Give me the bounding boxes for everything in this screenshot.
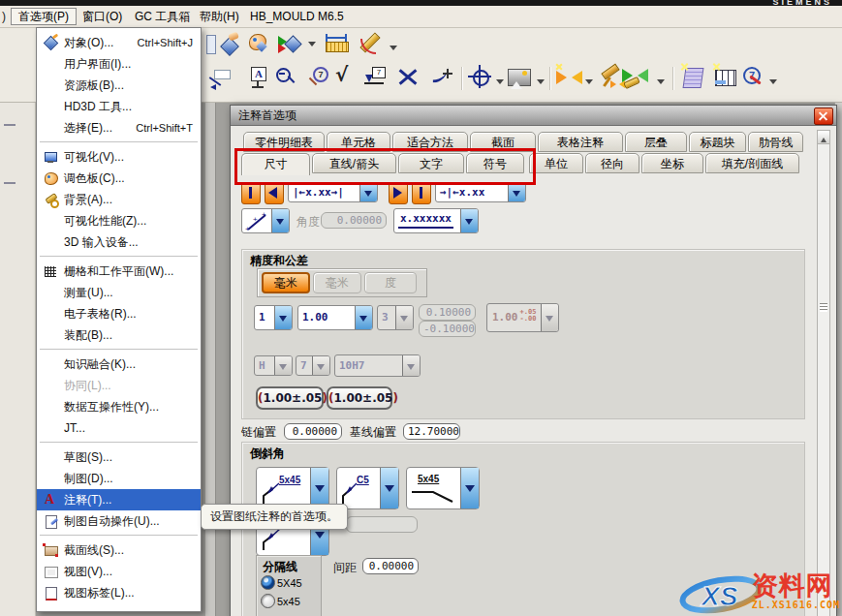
dropdown-arrow-icon[interactable] bbox=[355, 306, 372, 329]
menu-item-hd3d-tools[interactable]: HD3D 工具... bbox=[37, 96, 201, 117]
dropdown-arrow-icon[interactable] bbox=[310, 468, 328, 508]
tab-radial[interactable]: 径向 bbox=[585, 153, 639, 173]
menu-item-drafting[interactable]: 制图(D)... bbox=[37, 468, 201, 489]
menu-item-view[interactable]: 视图(V)... bbox=[37, 561, 201, 582]
green-bowtie-dropdown-icon[interactable] bbox=[657, 79, 665, 88]
menu-item-knowledge-fusion[interactable]: 知识融合(K)... bbox=[37, 354, 201, 375]
dim-start-extension-button[interactable] bbox=[241, 182, 261, 204]
text-annotation-icon[interactable]: A bbox=[246, 65, 272, 91]
separator-option-1[interactable]: 5X45 bbox=[261, 575, 302, 591]
chamfer-style2-combo[interactable]: C5 bbox=[336, 467, 399, 509]
baseline-offset-input[interactable]: 12.70000 bbox=[403, 423, 460, 440]
menu-item-resource-bar[interactable]: 资源板(B)... bbox=[37, 75, 201, 96]
tab-dimension[interactable]: 尺寸 bbox=[241, 153, 310, 175]
menu-item-section-line[interactable]: 截面线(S)... bbox=[37, 539, 201, 561]
dim-style-combo[interactable]: |←x.xx→| bbox=[288, 182, 378, 202]
unit-mm-button[interactable]: 毫米 bbox=[262, 272, 310, 293]
menu-item-visualization-performance[interactable]: 可视化性能(Z)... bbox=[37, 210, 201, 231]
close-button[interactable] bbox=[814, 108, 833, 125]
menu-item-measure[interactable]: 测量(U)... bbox=[37, 282, 201, 303]
render-style-icon[interactable] bbox=[275, 31, 301, 57]
image-dropdown-icon[interactable] bbox=[537, 79, 545, 88]
scroll-up-icon[interactable] bbox=[818, 131, 829, 144]
dim-text-style-combo[interactable]: x.xxxxxx bbox=[393, 208, 479, 233]
tab-cell[interactable]: 单元格 bbox=[327, 132, 390, 152]
menu-item-annotation[interactable]: A 注释(T)... bbox=[37, 489, 201, 510]
dropdown-arrow-icon[interactable] bbox=[508, 183, 525, 201]
dropdown-arrow-icon[interactable] bbox=[359, 183, 377, 201]
dropdown-arrow-icon[interactable] bbox=[271, 209, 289, 232]
image-icon[interactable] bbox=[507, 65, 533, 91]
menubar-item-gc-toolbox[interactable]: GC 工具箱 bbox=[127, 8, 198, 25]
menu-item-visualization[interactable]: 可视化(V)... bbox=[37, 146, 201, 168]
menubar-item-window[interactable]: 窗口(O) bbox=[75, 8, 130, 25]
menu-item-assembly[interactable]: 装配(B)... bbox=[37, 324, 201, 346]
dropdown-arrow-icon[interactable] bbox=[274, 306, 292, 329]
green-bowtie-wrench-icon[interactable] bbox=[620, 65, 646, 91]
menu-item-selection[interactable]: 选择(E)...Ctrl+Shift+T bbox=[37, 117, 201, 139]
menu-item-drafting-automation[interactable]: 制图自动操作(U)... bbox=[37, 510, 201, 532]
help-dropdown-icon[interactable] bbox=[769, 79, 777, 88]
menu-item-view-label[interactable]: 视图标签(L)... bbox=[37, 582, 201, 603]
tab-symbol[interactable]: 符号 bbox=[466, 153, 524, 173]
chain-offset-input[interactable]: 0.00000 bbox=[284, 423, 342, 440]
tab-parts-list[interactable]: 零件明细表 bbox=[243, 132, 325, 152]
point-target-dropdown-icon[interactable] bbox=[496, 79, 504, 88]
menu-item-data-interoperability[interactable]: 数据互操作性(Y)... bbox=[37, 396, 201, 417]
angle-input[interactable]: 0.00000 bbox=[321, 212, 387, 229]
menu-item-grid-workplane[interactable]: 栅格和工作平面(W)... bbox=[37, 261, 201, 282]
menu-item-background[interactable]: 背景(A)... bbox=[37, 189, 201, 210]
curve-point-icon[interactable] bbox=[430, 65, 456, 91]
menubar-item-preferences[interactable]: 首选项(P) bbox=[11, 8, 77, 25]
preview-7-icon[interactable]: 7 bbox=[305, 65, 331, 91]
render-style-dropdown-icon[interactable] bbox=[308, 42, 316, 50]
tab-section[interactable]: 截面 bbox=[470, 132, 536, 152]
tab-title-block[interactable]: 标题块 bbox=[689, 132, 746, 152]
spacing-input[interactable]: 0.00000 bbox=[362, 558, 419, 574]
dialog-scrollbar[interactable] bbox=[817, 130, 830, 616]
angle-measure-dropdown-icon[interactable] bbox=[390, 46, 397, 54]
decimal-places-combo[interactable]: 1 bbox=[254, 305, 293, 330]
cross-icon[interactable] bbox=[395, 65, 421, 91]
menubar-item-help[interactable]: 帮助(H) bbox=[192, 8, 247, 25]
angle-measure-icon[interactable] bbox=[357, 31, 383, 57]
orientation-combo[interactable]: + + + bbox=[241, 208, 290, 233]
leader-dimension-icon[interactable] bbox=[206, 65, 233, 91]
menu-item-color-palette[interactable]: 调色板(C)... bbox=[37, 168, 201, 189]
menu-item-spreadsheet[interactable]: 电子表格(R)... bbox=[37, 303, 201, 324]
tab-line-arrow[interactable]: 直线/箭头 bbox=[312, 153, 396, 173]
chamfer-style3-combo[interactable]: 5x45 bbox=[406, 467, 480, 509]
menu-item-sketch[interactable]: 草图(S)... bbox=[37, 447, 201, 468]
tab-units[interactable]: 单位 bbox=[529, 153, 583, 173]
dropdown-arrow-icon[interactable] bbox=[460, 468, 479, 508]
table-sparkle-icon[interactable] bbox=[712, 65, 738, 91]
tab-text[interactable]: 文字 bbox=[398, 153, 464, 173]
constraint-dropdown-icon[interactable] bbox=[585, 79, 593, 88]
tab-stacking[interactable]: 层叠 bbox=[625, 132, 687, 152]
dropdown-arrow-icon[interactable] bbox=[380, 468, 398, 508]
dim-placement-combo[interactable]: →|←x.xx bbox=[435, 182, 526, 202]
tab-fill-hatch[interactable]: 填充/剖面线 bbox=[705, 153, 799, 173]
dim-arrow-left-button[interactable] bbox=[265, 182, 284, 204]
point-target-icon[interactable] bbox=[468, 65, 494, 91]
measure-icon[interactable] bbox=[324, 31, 350, 57]
dim-end-extension-button[interactable] bbox=[412, 182, 431, 204]
zoom-out-icon[interactable] bbox=[273, 65, 299, 91]
palette-icon[interactable] bbox=[245, 31, 271, 57]
tolerance-style1-button[interactable]: (1.00±.05) bbox=[256, 386, 324, 410]
dim-value-combo[interactable]: 1.00 bbox=[297, 305, 373, 330]
dropdown-arrow-icon[interactable] bbox=[460, 209, 478, 232]
menubar-item-hb-mould[interactable]: HB_MOULD M6.5 bbox=[242, 8, 352, 25]
tab-table-note[interactable]: 表格注释 bbox=[538, 132, 623, 152]
sheet-sparkle-icon[interactable] bbox=[679, 65, 705, 91]
sqrt-icon[interactable]: √ bbox=[333, 63, 359, 89]
tolerance-style2-button[interactable]: (1.00±.05) bbox=[327, 386, 392, 410]
datum-target-icon[interactable]: 7 bbox=[362, 65, 389, 91]
object-preferences-icon[interactable] bbox=[217, 31, 243, 57]
hammer-bowtie-icon[interactable] bbox=[597, 65, 623, 91]
tab-rib-line[interactable]: 肋骨线 bbox=[748, 132, 803, 152]
menu-item-3d-input-device[interactable]: 3D 输入设备... bbox=[37, 231, 201, 253]
tab-coordinate[interactable]: 坐标 bbox=[641, 153, 703, 173]
separator-option-2[interactable]: 5x45 bbox=[261, 594, 300, 609]
radio-selected-icon[interactable] bbox=[261, 575, 275, 590]
